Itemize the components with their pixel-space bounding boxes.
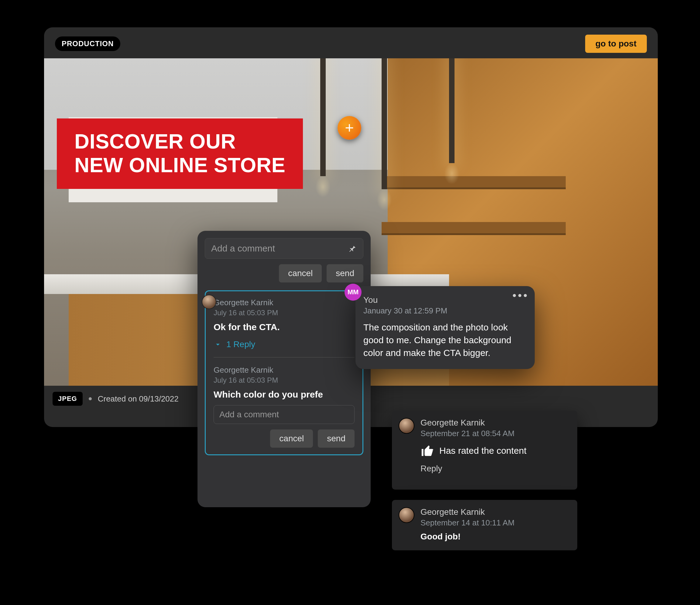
reply-link[interactable]: Reply: [421, 464, 569, 474]
reply-toggle[interactable]: 1 Reply: [214, 339, 354, 349]
comment-body: The composition and the photo look good …: [364, 321, 527, 359]
author-avatar: [202, 295, 216, 309]
chevron-down-icon: [214, 340, 222, 349]
banner-line1: DISCOVER OUR: [74, 129, 285, 153]
activity-author: Georgette Karnik: [421, 418, 569, 428]
add-pin-button[interactable]: [338, 116, 361, 140]
comment-date: July 16 at 05:03 PM: [214, 376, 354, 384]
activity-item: Georgette Karnik September 21 at 08:54 A…: [392, 411, 577, 489]
activity-item: Georgette Karnik September 14 at 10:11 A…: [392, 500, 577, 550]
activity-body: Good job!: [421, 532, 569, 541]
thumbs-up-icon: [421, 444, 434, 458]
activity-text: Has rated the content: [439, 446, 526, 456]
author-avatar: [399, 507, 415, 523]
comment-input[interactable]: [211, 243, 343, 254]
promo-banner: DISCOVER OUR NEW ONLINE STORE: [57, 119, 303, 189]
author-avatar: [399, 418, 415, 434]
comment-author: You: [364, 295, 527, 305]
card-topbar: PRODUCTION go to post: [44, 27, 658, 58]
activity-author: Georgette Karnik: [421, 507, 569, 517]
comment-compose: [205, 238, 364, 259]
reply-cancel-button[interactable]: cancel: [270, 429, 313, 448]
created-date: Created on 09/13/2022: [98, 394, 179, 404]
reply-input[interactable]: [219, 410, 349, 420]
dot-separator: [89, 397, 92, 400]
reply-count: 1 Reply: [226, 339, 255, 349]
more-menu[interactable]: [513, 294, 527, 297]
you-avatar: MM: [345, 284, 361, 301]
pin-icon[interactable]: [348, 244, 357, 253]
comment-date: January 30 at 12:59 PM: [364, 306, 527, 316]
comment-panel: cancel send Georgette Karnik July 16 at …: [198, 231, 371, 507]
activity-date: September 14 at 10:11 AM: [421, 518, 569, 528]
comment-date: July 16 at 05:03 PM: [214, 308, 354, 317]
comment-author: Georgette Karnik: [214, 298, 354, 307]
send-button[interactable]: send: [327, 264, 364, 282]
comment-author: Georgette Karnik: [214, 365, 354, 375]
reply-send-button[interactable]: send: [318, 429, 354, 448]
cancel-button[interactable]: cancel: [279, 264, 322, 282]
comment-text: Ok for the CTA.: [214, 322, 354, 332]
banner-line2: NEW ONLINE STORE: [74, 153, 285, 177]
activity-date: September 21 at 08:54 AM: [421, 429, 569, 438]
comment-thread: Georgette Karnik July 16 at 05:03 PM Ok …: [205, 291, 364, 455]
production-badge: PRODUCTION: [55, 36, 120, 51]
plus-icon: [343, 122, 356, 134]
go-to-post-button[interactable]: go to post: [585, 34, 647, 53]
reply-compose: [214, 405, 354, 424]
comment-text: Which color do you prefe: [214, 389, 354, 400]
review-comment: MM You January 30 at 12:59 PM The compos…: [355, 286, 535, 369]
format-badge: JPEG: [53, 392, 83, 406]
